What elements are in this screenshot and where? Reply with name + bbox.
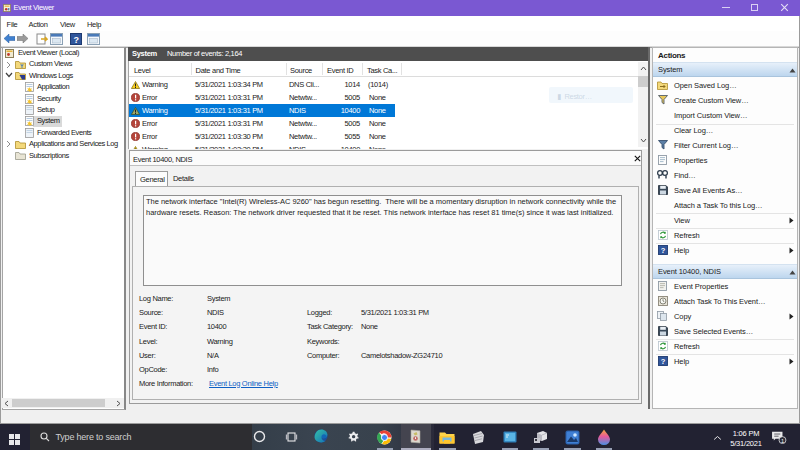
svg-text:?: ? (661, 246, 666, 255)
svg-text:?: ? (661, 357, 666, 366)
svg-text:?: ? (73, 35, 78, 45)
svg-text:1: 1 (781, 438, 784, 444)
